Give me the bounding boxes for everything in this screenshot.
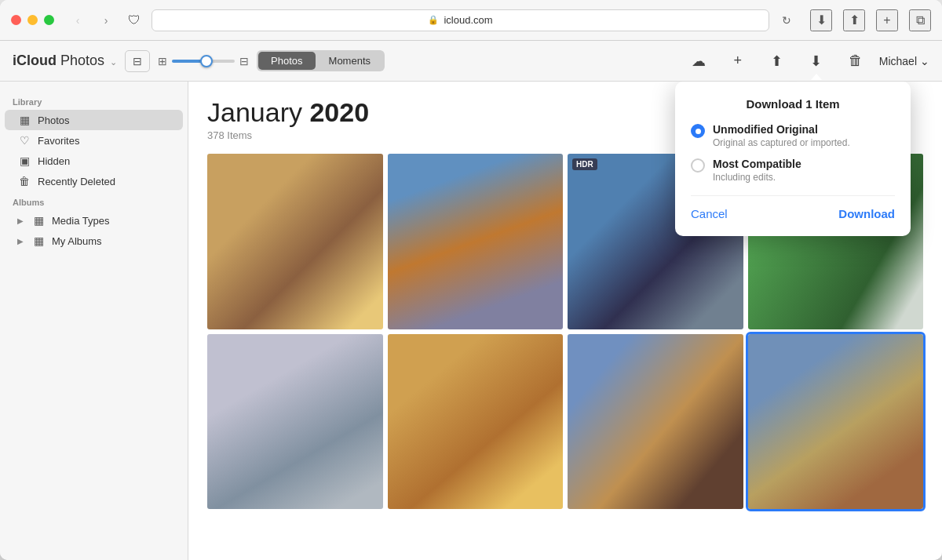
content-area: January 2020 378 Items HDR [188,82,942,560]
compatible-label: Most Compatible [713,158,801,170]
sidebar: Library ▦ Photos ♡ Favorites ▣ Hidden 🗑 … [0,82,188,560]
sidebar-item-media-types[interactable]: ▶ ▦ Media Types [5,210,183,231]
sidebar-item-recently-deleted[interactable]: 🗑 Recently Deleted [5,171,183,191]
sidebar-my-albums-label: My Albums [52,235,102,247]
maximize-button[interactable] [44,15,54,25]
hidden-icon: ▣ [17,155,31,167]
minimize-button[interactable] [27,15,38,25]
popup-actions: Cancel Download [691,195,895,220]
sidebar-favorites-label: Favorites [38,135,79,147]
url-text: icloud.com [444,14,492,26]
size-slider-container [172,60,235,63]
toolbar-icons: ☁ + ⬆ ⬇ 🗑 [686,49,868,74]
share-browser-btn[interactable]: ⬆ [843,9,865,31]
radio-unmodified-text: Unmodified Original Original as captured… [713,123,850,148]
app-bar: iCloud Photos ⌄ ⊟ ⊞ ⊟ Photos Moments ☁ +… [0,41,942,82]
radio-option-compatible[interactable]: Most Compatible Including edits. [691,158,895,183]
photo-cell-8[interactable] [748,334,924,510]
main-layout: Library ▦ Photos ♡ Favorites ▣ Hidden 🗑 … [0,82,942,560]
user-menu-btn[interactable]: Michael ⌄ [879,55,929,67]
shield-icon: 🛡 [123,9,145,31]
forward-button[interactable]: › [95,13,117,28]
download-browser-btn[interactable]: ⬇ [810,9,832,31]
user-dropdown-arrow: ⌄ [920,55,929,67]
sidebar-item-photos[interactable]: ▦ Photos [5,110,183,130]
albums-section-label: Albums [0,191,188,210]
large-grid-icon: ⊟ [239,55,249,67]
refresh-button[interactable]: ↻ [776,9,798,31]
brand-label: iCloud [13,53,57,68]
media-types-expand-icon: ▶ [17,216,24,225]
radio-unmodified-circle [691,124,705,138]
photos-tab[interactable]: Photos [258,52,315,70]
slider-thumb [200,55,213,67]
unmodified-label: Unmodified Original [713,123,850,136]
small-grid-icon: ⊞ [158,55,167,67]
download-button[interactable]: Download [838,207,895,220]
sidebar-item-my-albums[interactable]: ▶ ▦ My Albums [5,231,183,251]
download-popup: Download 1 Item Unmodified Original Orig… [675,82,911,236]
photo-cell-6[interactable] [388,334,564,510]
hdr-badge: HDR [572,158,597,170]
popup-title: Download 1 Item [691,97,895,111]
sidebar-toggle-btn[interactable]: ⊟ [125,50,150,72]
year-value: 2020 [309,97,369,127]
tabs-btn[interactable]: ⧉ [909,9,931,31]
app-title: iCloud Photos ⌄ [13,53,117,69]
my-albums-icon: ▦ [31,235,46,247]
sidebar-media-types-label: Media Types [52,215,109,227]
photo-cell-5[interactable] [207,334,383,510]
view-toggle: ⊞ ⊟ [158,55,249,67]
close-button[interactable] [11,15,21,25]
library-section-label: Library [0,91,188,110]
title-bar: ‹ › 🛡 🔒 icloud.com ↻ ⬇ ⬆ + ⧉ [0,0,942,41]
download-icon-btn[interactable]: ⬇ [804,49,829,74]
sidebar-photos-label: Photos [38,115,69,126]
photos-icon: ▦ [17,114,31,126]
add-icon-btn[interactable]: + [725,49,750,74]
sidebar-item-favorites[interactable]: ♡ Favorites [5,130,183,151]
new-tab-btn[interactable]: + [876,9,898,31]
user-label: Michael [879,55,917,67]
compatible-sublabel: Including edits. [713,172,801,183]
share-icon-btn[interactable]: ⬆ [765,49,790,74]
traffic-lights [11,15,54,25]
sidebar-hidden-label: Hidden [38,155,70,167]
radio-compatible-circle [691,158,705,173]
back-button[interactable]: ‹ [67,13,89,28]
photo-cell-2[interactable] [388,154,564,329]
radio-compatible-text: Most Compatible Including edits. [713,158,801,183]
month-label: January [207,97,302,127]
photo-cell-7[interactable] [568,334,743,510]
sidebar-recently-deleted-label: Recently Deleted [38,176,115,187]
favorites-icon: ♡ [17,134,31,147]
size-slider[interactable] [172,60,235,63]
cancel-button[interactable]: Cancel [691,207,728,220]
sidebar-item-hidden[interactable]: ▣ Hidden [5,151,183,171]
app-dropdown-arrow[interactable]: ⌄ [110,57,117,67]
url-bar[interactable]: 🔒 icloud.com [152,9,769,31]
delete-icon-btn[interactable]: 🗑 [843,49,868,74]
upload-icon-btn[interactable]: ☁ [686,49,711,74]
my-albums-expand-icon: ▶ [17,237,24,245]
moments-tab[interactable]: Moments [316,52,383,70]
segment-control: Photos Moments [257,50,385,71]
app-name-label: Photos [60,53,104,68]
media-types-icon: ▦ [31,214,46,227]
unmodified-sublabel: Original as captured or imported. [713,137,850,148]
lock-icon: 🔒 [428,15,439,25]
photo-cell-1[interactable] [207,154,383,329]
recently-deleted-icon: 🗑 [17,175,31,187]
app-window: ‹ › 🛡 🔒 icloud.com ↻ ⬇ ⬆ + ⧉ iCloud Phot… [0,0,942,560]
radio-option-unmodified[interactable]: Unmodified Original Original as captured… [691,123,895,148]
browser-actions: ⬇ ⬆ + ⧉ [810,9,931,31]
